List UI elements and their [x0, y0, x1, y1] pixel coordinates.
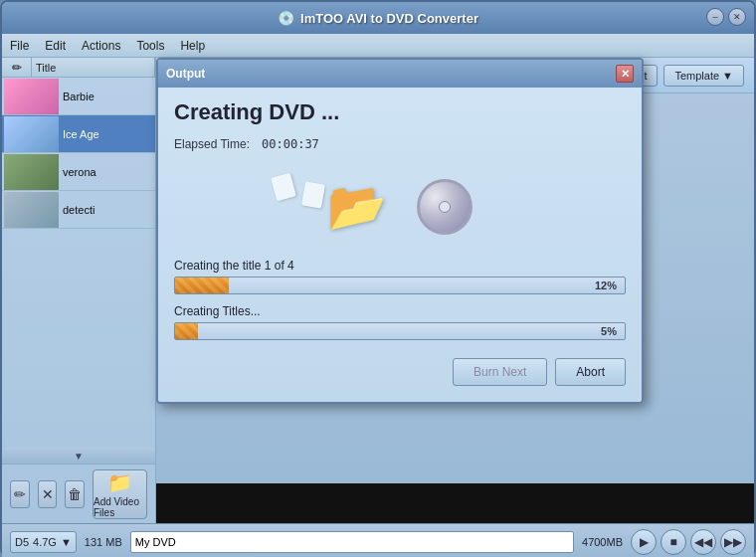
- black-preview-bar: [156, 483, 754, 523]
- menu-help[interactable]: Help: [180, 39, 205, 53]
- dialog-body: Creating DVD ... Elapsed Time: 00:00:37 …: [158, 88, 642, 402]
- thumb-barbie: [4, 79, 59, 114]
- app-title: ImTOO AVI to DVD Converter: [300, 11, 478, 26]
- list-title-iceage: Ice Age: [59, 128, 99, 140]
- progress-fill-1: [175, 278, 229, 293]
- creating-dvd-text: Creating DVD ...: [174, 99, 626, 125]
- dialog-title: Output: [166, 67, 205, 81]
- main-window: 💿 ImTOO AVI to DVD Converter – ✕ File Ed…: [0, 0, 756, 557]
- add-video-button[interactable]: 📁 Add Video Files: [93, 469, 147, 519]
- list-item-selected[interactable]: Ice Age: [2, 115, 155, 153]
- progress-pct-2: 5%: [601, 325, 617, 337]
- template-arrow-icon: ▼: [722, 70, 733, 82]
- progress-label-2: Creating Titles...: [174, 304, 626, 318]
- disc-select-arrow: ▼: [61, 536, 72, 548]
- menu-tools[interactable]: Tools: [136, 39, 164, 53]
- minimize-button[interactable]: –: [706, 8, 724, 26]
- next-button[interactable]: ▶▶: [720, 529, 746, 555]
- list-item-detect[interactable]: detecti: [2, 191, 155, 229]
- thumb-iceage: [4, 116, 59, 152]
- menu-edit[interactable]: Edit: [45, 39, 66, 53]
- list-title-detect: detecti: [59, 204, 94, 216]
- play-button[interactable]: ▶: [631, 529, 657, 555]
- progress-fill-2: [175, 323, 198, 339]
- space-total: 4700MB: [582, 536, 623, 548]
- disc-type-value: D5: [15, 536, 29, 548]
- edit-icon: ✏: [14, 486, 26, 502]
- paper-bit-1: [271, 173, 296, 201]
- app-icon: 💿: [278, 10, 294, 26]
- status-bar: D5 4.7G ▼ 131 MB 4700MB ▶ ■ ◀◀ ▶▶: [2, 523, 754, 557]
- menu-actions[interactable]: Actions: [82, 39, 120, 53]
- elapsed-label: Elapsed Time:: [174, 137, 250, 151]
- paper-bit-2: [301, 181, 325, 208]
- scroll-down[interactable]: ▼: [2, 448, 155, 464]
- thumb-detect: [4, 192, 59, 228]
- elapsed-value: 00:00:37: [262, 137, 319, 151]
- disc-size-value: 4.7G: [33, 536, 57, 548]
- add-video-label: Add Video Files: [94, 496, 146, 518]
- progress-bar-1: 12%: [174, 277, 626, 294]
- list-title-barbie: Barbie: [59, 91, 94, 102]
- template-label: Template: [674, 70, 719, 82]
- disc-type-select[interactable]: D5 4.7G ▼: [10, 531, 77, 553]
- close-button[interactable]: ✕: [728, 8, 746, 26]
- table-header: ✏ Title: [2, 58, 155, 78]
- elapsed-row: Elapsed Time: 00:00:37: [174, 137, 626, 151]
- delete-button[interactable]: ✕: [38, 480, 58, 508]
- window-controls: – ✕: [706, 8, 746, 26]
- list-title-verona: verona: [59, 166, 96, 178]
- template-button[interactable]: Template ▼: [663, 65, 744, 87]
- dialog-title-bar: Output ✕: [158, 60, 642, 88]
- progress-pct-1: 12%: [595, 279, 617, 291]
- edit-button[interactable]: ✏: [10, 480, 30, 508]
- disc-hole: [439, 201, 451, 213]
- play-icon: ▶: [640, 535, 649, 549]
- playback-controls: ▶ ■ ◀◀ ▶▶: [631, 529, 746, 555]
- list-item[interactable]: Barbie: [2, 78, 155, 115]
- list-item-verona[interactable]: verona: [2, 153, 155, 191]
- next-icon: ▶▶: [724, 535, 742, 549]
- edit-col-icon: ✏: [12, 61, 22, 75]
- dvd-title-input[interactable]: [130, 531, 574, 553]
- progress-section-2: Creating Titles... 5%: [174, 304, 626, 340]
- file-list[interactable]: Barbie Ice Age verona detecti: [2, 78, 155, 448]
- dialog-close-button[interactable]: ✕: [616, 65, 634, 83]
- prev-icon: ◀◀: [694, 535, 712, 549]
- trash-button[interactable]: 🗑: [65, 480, 85, 508]
- th-edit: ✏: [2, 58, 32, 77]
- burn-next-button[interactable]: Burn Next: [453, 358, 547, 386]
- trash-icon: 🗑: [68, 486, 82, 502]
- space-used: 131 MB: [85, 536, 122, 548]
- thumb-verona: [4, 154, 59, 190]
- progress-label-1: Creating the title 1 of 4: [174, 259, 626, 273]
- paper-bits: [274, 175, 323, 207]
- dialog-footer: Burn Next Abort: [174, 350, 626, 390]
- progress-section-1: Creating the title 1 of 4 12%: [174, 259, 626, 294]
- dialog-overlay: Output ✕ Creating DVD ... Elapsed Time: …: [156, 58, 644, 426]
- abort-button[interactable]: Abort: [555, 358, 626, 386]
- left-toolbar: ✏ ✕ 🗑 📁 Add Video Files: [2, 464, 155, 523]
- delete-icon: ✕: [42, 486, 54, 502]
- left-panel: ✏ Title Barbie Ice Age verona: [2, 58, 156, 523]
- menu-file[interactable]: File: [10, 39, 29, 53]
- animation-area: 📂: [174, 167, 626, 247]
- add-video-icon: 📁: [107, 470, 132, 494]
- stop-icon: ■: [669, 535, 676, 549]
- menu-bar: File Edit Actions Tools Help: [2, 34, 754, 58]
- output-dialog: Output ✕ Creating DVD ... Elapsed Time: …: [156, 58, 644, 404]
- dvd-disc-icon: [417, 179, 472, 235]
- progress-bar-2: 5%: [174, 322, 626, 340]
- title-bar: 💿 ImTOO AVI to DVD Converter – ✕: [2, 2, 754, 34]
- prev-button[interactable]: ◀◀: [690, 529, 716, 555]
- th-title: Title: [32, 58, 155, 77]
- stop-button[interactable]: ■: [661, 529, 686, 555]
- folder-icon: 📂: [327, 179, 387, 235]
